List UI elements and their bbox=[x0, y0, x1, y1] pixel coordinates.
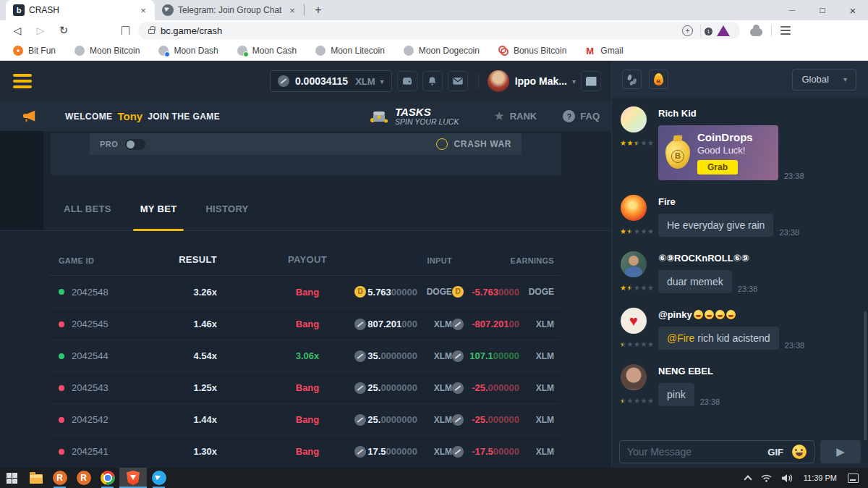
username[interactable]: Ippo Mak... bbox=[515, 75, 567, 87]
notifications-button[interactable] bbox=[422, 71, 443, 91]
circle-plus-icon[interactable] bbox=[682, 25, 693, 36]
bookmark-item[interactable]: Moon Bitcoin bbox=[75, 46, 140, 56]
app-r2-button[interactable] bbox=[72, 468, 95, 488]
volume-button[interactable] bbox=[777, 468, 798, 488]
chat-bubble: duar memek bbox=[658, 270, 732, 293]
chat-bubble-icon bbox=[586, 77, 597, 86]
bookmark-item[interactable]: Bit Fun bbox=[13, 46, 56, 56]
emoji-button[interactable] bbox=[792, 445, 807, 459]
chat-username[interactable]: Fire bbox=[658, 195, 861, 208]
emoji-icon bbox=[726, 310, 736, 319]
chat-timestamp: 23:38 bbox=[785, 341, 805, 350]
user-avatar[interactable] bbox=[488, 70, 509, 92]
action-center-button[interactable] bbox=[843, 468, 864, 488]
balance-currency: XLM bbox=[355, 76, 375, 87]
close-button[interactable] bbox=[838, 0, 868, 20]
mention[interactable]: @Fire bbox=[667, 332, 694, 344]
brave-button[interactable] bbox=[119, 468, 147, 488]
gif-button[interactable]: GIF bbox=[767, 447, 783, 458]
tray-chevron-button[interactable] bbox=[740, 468, 756, 488]
file-explorer-button[interactable] bbox=[24, 468, 48, 488]
avatar[interactable] bbox=[621, 364, 647, 390]
pro-toggle[interactable] bbox=[125, 139, 145, 150]
table-row[interactable]: 2042541 1.30x Bang 17.5000000 XLM -17.50… bbox=[49, 435, 561, 467]
table-row[interactable]: 2042545 1.46x Bang 807.201000 XLM -807.2… bbox=[49, 308, 561, 340]
start-button[interactable] bbox=[0, 468, 24, 488]
app-r1-button[interactable] bbox=[48, 468, 72, 488]
column-header: PAYOUT bbox=[217, 254, 354, 265]
chevron-down-icon[interactable] bbox=[572, 77, 576, 85]
avatar[interactable] bbox=[621, 195, 647, 221]
bet-tabs: ALL BETSMY BETHISTORY bbox=[0, 203, 611, 231]
bookmark-item[interactable]: Gmail bbox=[585, 46, 623, 56]
chat-username[interactable]: NENG EBEL bbox=[658, 365, 861, 377]
chat-message: ★★★★★ ⑥⑨ROCKnROLL⑥⑨ duar memek 23:38 bbox=[619, 251, 861, 293]
maximize-button[interactable] bbox=[807, 0, 838, 20]
bet-tab-my-bet[interactable]: MY BET bbox=[140, 203, 177, 230]
browser-menu-icon[interactable] bbox=[780, 26, 791, 35]
site-menu-icon[interactable] bbox=[13, 74, 32, 88]
forward-icon[interactable] bbox=[33, 25, 48, 36]
treasure-chest-icon bbox=[369, 108, 389, 125]
bet-tab-all-bets[interactable]: ALL BETS bbox=[64, 203, 111, 230]
avatar[interactable] bbox=[621, 308, 647, 334]
rank-link[interactable]: ★ RANK bbox=[493, 109, 537, 124]
coin-icon bbox=[452, 414, 464, 426]
table-row[interactable]: 2042543 1.25x Bang 25.0000000 XLM -25.00… bbox=[49, 371, 561, 403]
url-text[interactable]: bc.game/crash bbox=[161, 25, 682, 36]
browser-tab-telegram[interactable]: Telegram: Join Group Chat bbox=[155, 0, 304, 20]
avatar[interactable] bbox=[621, 251, 647, 277]
bookmark-item[interactable]: Moon Dogecoin bbox=[404, 46, 480, 56]
chat-username[interactable]: Rich Kid bbox=[658, 107, 861, 119]
bookmark-item[interactable]: Moon Dash bbox=[158, 46, 218, 56]
table-row[interactable]: 2042548 3.26x Bang 5.76300000 DOGE -5.76… bbox=[49, 276, 561, 308]
grab-button[interactable]: Grab bbox=[697, 160, 738, 174]
cloud-icon[interactable] bbox=[750, 28, 762, 36]
wallet-button[interactable] bbox=[397, 71, 417, 91]
chat-scrollbar[interactable] bbox=[864, 311, 867, 440]
message-box[interactable]: GIF bbox=[619, 440, 814, 463]
bookmark-label: Bonus Bitcoin bbox=[514, 46, 566, 56]
bookmarks-panel-icon[interactable] bbox=[122, 26, 129, 35]
mail-button[interactable] bbox=[448, 71, 468, 91]
game-id: 2042548 bbox=[72, 287, 109, 298]
wifi-button[interactable] bbox=[756, 468, 777, 488]
tab-close-icon[interactable] bbox=[286, 4, 298, 16]
tasks-link[interactable]: TASKS SPIN YOUR LUCK bbox=[369, 106, 459, 126]
browser-tab-crash[interactable]: CRASH bbox=[6, 0, 155, 20]
coindrops-card[interactable]: CoinDrops Good Luck! Grab bbox=[658, 125, 778, 180]
message-input[interactable] bbox=[627, 446, 763, 458]
chat-username[interactable]: @pinky bbox=[658, 308, 861, 321]
bat-rewards-icon[interactable] bbox=[717, 25, 730, 36]
reload-icon[interactable] bbox=[56, 24, 71, 37]
send-button[interactable] bbox=[820, 440, 861, 463]
channel-label: Global bbox=[801, 74, 829, 85]
telegram-button[interactable] bbox=[147, 468, 171, 488]
crash-war-link[interactable]: CRASH WAR bbox=[436, 138, 511, 150]
avatar[interactable] bbox=[621, 106, 647, 132]
bookmark-item[interactable]: Moon Litecoin bbox=[315, 46, 385, 56]
folder-icon bbox=[30, 474, 43, 484]
rain-button[interactable] bbox=[622, 70, 642, 89]
bookmark-label: Moon Cash bbox=[252, 46, 297, 56]
channel-selector[interactable]: Global bbox=[792, 69, 856, 91]
chat-toggle-button[interactable] bbox=[581, 71, 601, 91]
chrome-button[interactable] bbox=[95, 468, 119, 488]
clock[interactable]: 11:39 PM bbox=[798, 474, 843, 482]
bookmark-item[interactable]: Moon Cash bbox=[237, 46, 297, 56]
balance-selector[interactable]: 0.00034115 XLM bbox=[270, 70, 392, 92]
bookmark-item[interactable]: Bonus Bitcoin bbox=[498, 46, 566, 56]
coin-fire-button[interactable] bbox=[649, 70, 668, 89]
minimize-button[interactable] bbox=[777, 0, 807, 20]
new-tab-button[interactable] bbox=[309, 1, 328, 20]
toolbar-separator bbox=[771, 25, 772, 36]
back-icon[interactable] bbox=[10, 25, 25, 36]
join-label: JOIN THE GAME bbox=[148, 112, 220, 122]
address-bar[interactable]: bc.game/crash 1 bbox=[138, 22, 740, 39]
table-row[interactable]: 2042542 1.44x Bang 25.0000000 XLM -25.00… bbox=[49, 403, 561, 435]
faq-link[interactable]: FAQ bbox=[563, 110, 600, 122]
chat-username[interactable]: ⑥⑨ROCKnROLL⑥⑨ bbox=[658, 252, 861, 264]
bet-tab-history[interactable]: HISTORY bbox=[205, 203, 248, 230]
tab-close-icon[interactable] bbox=[137, 4, 149, 16]
table-row[interactable]: 2042544 4.54x 3.06x 35.0000000 XLM 107.1… bbox=[49, 340, 561, 371]
